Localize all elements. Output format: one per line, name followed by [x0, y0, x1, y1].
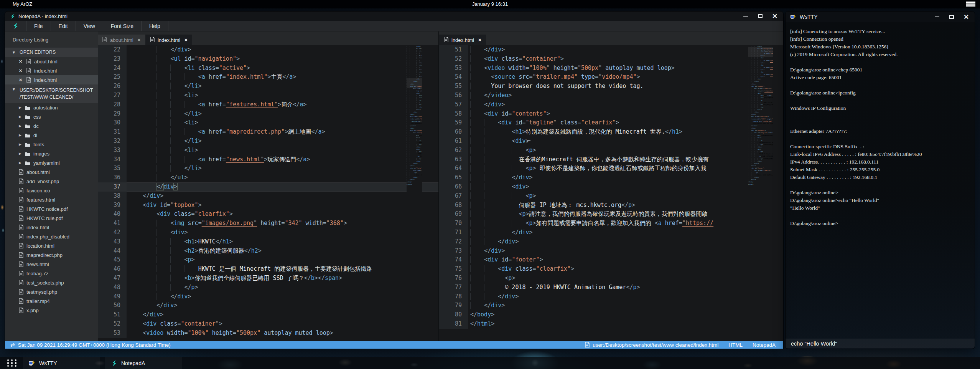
minimize-icon[interactable] — [743, 13, 749, 19]
statusbar-datetime: Sat Jan 09 2021 16:29:49 GMT+0800 (Hong … — [18, 342, 171, 348]
sidebar-file-trailer.mp4[interactable]: trailer.mp4 — [5, 296, 98, 306]
code-line-72: 72 </div> — [439, 237, 783, 247]
sidebar-folder-dl[interactable]: ▶dl — [5, 131, 98, 140]
terminal-output[interactable]: [info] Conencting to arozos WsTTY servic… — [786, 22, 975, 349]
code-line-40: 40 <div class="clearfix"> — [98, 210, 438, 219]
code-line-48: 48 </p> — [98, 283, 438, 292]
line-number: 61 — [439, 137, 468, 146]
line-number: 54 — [439, 73, 468, 82]
taskbar-item-wstty[interactable]: WsTTY — [23, 357, 100, 369]
sidebar-file-index.html[interactable]: index.html — [5, 223, 98, 232]
sidebar-folder-dc[interactable]: ▶dc — [5, 121, 98, 131]
sidebar-file-index.php-disabled[interactable]: index.php_disabled — [5, 232, 98, 241]
line-number: 80 — [439, 310, 468, 319]
line-number: 49 — [98, 292, 127, 301]
line-number: 77 — [439, 283, 468, 292]
line-number: 46 — [98, 265, 127, 274]
open-editor-item[interactable]: ✕about.html — [5, 57, 98, 66]
menu-item-edit[interactable]: Edit — [51, 21, 76, 31]
close-icon[interactable]: ✕ — [963, 14, 969, 20]
maximize-icon[interactable] — [757, 13, 763, 19]
open-editor-item[interactable]: ✕index.html — [5, 66, 98, 75]
terminal-input[interactable] — [786, 341, 975, 347]
file-icon — [19, 243, 23, 248]
line-number: 53 — [439, 64, 468, 73]
line-number: 39 — [98, 201, 127, 210]
menu-item-view[interactable]: View — [76, 21, 103, 31]
sidebar-folder-images[interactable]: ▶images — [5, 149, 98, 158]
sidebar-folder-fonts[interactable]: ▶fonts — [5, 140, 98, 149]
minimap-right[interactable]: </div> <ul id="navigation"> <li class="a… — [748, 45, 773, 341]
launcher-grid-icon[interactable] — [6, 357, 18, 369]
close-icon[interactable]: ✕ — [19, 68, 24, 73]
code-line-25: 25 <a href="index.html">主頁</a> — [98, 73, 438, 82]
menu-item-font-size[interactable]: Font Size — [103, 21, 142, 31]
tab-about.html[interactable]: about.html✕ — [98, 35, 145, 45]
statusbar-language-badge[interactable]: HTML — [728, 342, 743, 348]
sidebar-file-x.php[interactable]: x.php — [5, 306, 98, 315]
statusbar-app-name: NotepadA — [753, 342, 776, 348]
sidebar-folder-autostation[interactable]: ▶autostation — [5, 103, 98, 112]
close-icon[interactable]: ✕ — [19, 59, 24, 64]
sidebar-file-HKWTC-notice.pdf[interactable]: HKWTC notice.pdf — [5, 204, 98, 213]
close-icon[interactable]: ✕ — [184, 38, 188, 43]
minimap-viewport[interactable] — [407, 78, 422, 88]
notepada-window: NotepadA - index.html ✕ FileEditViewFont… — [5, 12, 783, 349]
close-icon[interactable]: ✕ — [772, 13, 778, 19]
sidebar-file-favicon.ico[interactable]: favicon.ico — [5, 186, 98, 195]
tab-index.html[interactable]: index.html✕ — [439, 35, 486, 45]
code-line-58: 58 <div id="contents"> — [439, 109, 783, 119]
code-line-63: 63 在香港的Minecraft 伺服器中，多為小遊戲和純生存的伺服器，較少擁有 — [439, 155, 783, 164]
minimize-icon[interactable] — [934, 14, 940, 20]
terminal-line — [790, 81, 975, 89]
sidebar-file-features.html[interactable]: features.html — [5, 195, 98, 204]
sidebar-file-add-vhost.php[interactable]: add_vhost.php — [5, 177, 98, 186]
file-icon — [19, 261, 23, 267]
line-number: 27 — [98, 91, 127, 100]
wstty-titlebar[interactable]: WsTTY ✕ — [786, 12, 975, 22]
code-line-28: 28 <a href="features.html">簡介</a> — [98, 100, 438, 109]
terminal-line: D:\golang\aroz online> — [790, 189, 975, 197]
section-workspace-path[interactable]: ▼USER:/DESKTOP/SCREENSHOT /TEST/WWW CLEA… — [5, 84, 98, 103]
menu-item-help[interactable]: Help — [142, 21, 168, 31]
close-icon[interactable]: ✕ — [478, 38, 481, 43]
line-number: 56 — [439, 91, 468, 100]
maximize-icon[interactable] — [949, 14, 955, 20]
tab-index.html[interactable]: index.html✕ — [145, 35, 192, 45]
line-number: 33 — [98, 146, 127, 155]
minimap-viewport[interactable] — [748, 47, 773, 57]
sidebar-file-location.html[interactable]: location.html — [5, 241, 98, 250]
taskbar-item-notepada[interactable]: NotepadA — [105, 357, 182, 369]
sidebar-file-test-sockets.php[interactable]: test_sockets.php — [5, 278, 98, 287]
code-editor-left[interactable]: 22 </div>23 <ul id="navigation">24 <li c… — [98, 45, 438, 341]
sidebar-folder-yamiyamimi[interactable]: ▶yamiyamimi — [5, 158, 98, 167]
code-editor-right[interactable]: 51 </div>52 <div class="container">53 <v… — [439, 45, 783, 341]
sidebar-file-HKWTC-rule.pdf[interactable]: HKWTC rule.pdf — [5, 213, 98, 223]
sidebar-file-mapredirect.php[interactable]: mapredirect.php — [5, 250, 98, 260]
sidebar-file-news.html[interactable]: news.html — [5, 260, 98, 269]
line-number: 60 — [439, 127, 468, 137]
sidebar-file-testmysql.php[interactable]: testmysql.php — [5, 287, 98, 296]
line-number: 79 — [439, 301, 468, 310]
section-open-editors[interactable]: ▼OPEN EDITORS — [5, 48, 98, 57]
pane-splitter-handle[interactable] — [527, 140, 530, 143]
sidebar-file-about.html[interactable]: about.html — [5, 167, 98, 177]
code-line-75: 75 <div class="clearfix"> — [439, 265, 783, 274]
menu-item-file[interactable]: File — [26, 21, 51, 31]
close-icon[interactable]: ✕ — [19, 78, 24, 83]
minimap-left[interactable]: </div> <ul id="navigation"> <li class="a… — [407, 45, 422, 341]
terminal-input-bar — [786, 339, 975, 348]
menu-icon[interactable] — [966, 2, 975, 7]
notepada-titlebar[interactable]: NotepadA - index.html ✕ — [5, 12, 783, 21]
code-line-52: 52 <div class="container"> — [98, 319, 438, 329]
tabbar-right: index.html✕ — [439, 31, 783, 45]
code-line-54: 54 <source src="trailer.mp4" type="video… — [439, 73, 783, 82]
sidebar-file-teabag.7z[interactable]: teabag.7z — [5, 269, 98, 278]
line-number: 59 — [439, 118, 468, 127]
folder-icon — [25, 161, 30, 165]
close-icon[interactable]: ✕ — [137, 38, 141, 43]
notepada-statusbar: ⇄ Sat Jan 09 2021 16:29:49 GMT+0800 (Hon… — [5, 341, 783, 349]
open-editor-item[interactable]: ✕index.html — [5, 75, 98, 84]
sidebar-folder-css[interactable]: ▶css — [5, 112, 98, 121]
notepada-logo-icon — [10, 13, 15, 19]
